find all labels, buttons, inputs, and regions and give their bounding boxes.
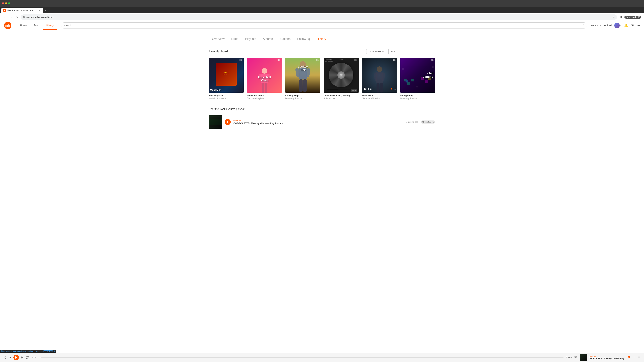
track-name[interactable]: CODECAST X - Theony - Unrelenting Forces [234,122,403,125]
address-bar[interactable]: soundcloud.com/you/history ☆ [21,14,617,20]
svg-rect-76 [402,68,404,70]
header-right: For Artists Upload ▾ 🔔 ✉ ••• [591,23,640,28]
track-tag[interactable]: #Deep Techno [421,120,435,123]
svg-rect-80 [432,59,432,61]
svg-rect-4 [620,17,620,18]
nav-home[interactable]: Home [17,21,30,30]
svg-rect-40 [299,79,302,92]
svg-rect-2 [620,16,620,17]
notification-icon[interactable]: 🔔 [624,23,628,27]
incognito-badge[interactable]: Incognito (2) [624,15,641,18]
for-artists-link[interactable]: For Artists [591,24,602,27]
svg-rect-27 [262,83,264,92]
tab-history[interactable]: History [313,35,330,43]
avatar-chevron[interactable]: ▾ [620,24,621,27]
chill-title: chill gaming [400,94,435,97]
track-play-btn[interactable] [225,119,231,125]
svg-line-15 [584,26,585,26]
svg-rect-45 [317,59,318,61]
card-dj-artwork: Deejay-GijsCox (Official) gijscox 2PROMI… [324,58,359,93]
forward-btn[interactable]: → [9,15,14,19]
clear-history-btn[interactable]: Clear all history [366,49,386,54]
card-mix3[interactable]: Mix 3 ··· Your Mix 3 Made for A24beaba [362,58,397,99]
search-icon [582,24,585,27]
extensions-btn[interactable] [618,15,623,19]
svg-rect-22 [242,59,242,61]
messages-icon[interactable]: ✉ [631,23,634,27]
sc-main-content: Overview Likes Playlists Albums Stations… [204,30,440,136]
svg-rect-72 [406,80,408,83]
recently-played-title: Recently played: [209,50,228,53]
tab-stations[interactable]: Stations [276,35,294,43]
track-artwork-bg [209,115,222,129]
svg-rect-53 [356,59,356,61]
svg-rect-20 [241,59,241,61]
svg-rect-5 [621,17,622,18]
svg-rect-19 [240,59,241,61]
road-festival-text: ROAD festival ★★★★ [223,72,230,77]
upload-link[interactable]: Upload [604,24,612,27]
svg-rect-71 [411,79,414,81]
svg-point-14 [582,24,584,26]
svg-rect-85 [434,59,434,61]
dj-progress-bar [327,90,355,90]
bookmark-icon[interactable]: ☆ [613,15,615,18]
address-url: soundcloud.com/you/history [26,16,611,18]
nav-feed[interactable]: Feed [30,21,42,30]
lowkey-bg: LowkeyTrap [285,58,320,93]
dj-vinyl: 2PROMILLE [329,63,353,87]
nav-right-controls: Incognito (2) [618,15,641,19]
user-avatar[interactable] [614,23,620,28]
mix3-bg: Mix 3 ··· [362,58,397,93]
svg-rect-29 [278,59,278,60]
browser-chrome: Hear the sounds you've recenti... × + ← … [0,0,644,21]
tab-likes[interactable]: Likes [228,35,242,43]
window-minimize-btn[interactable] [5,2,7,4]
sc-nav: Home Feed Library [17,21,57,30]
nav-library[interactable]: Library [42,21,57,30]
tab-playlists[interactable]: Playlists [242,35,260,43]
search-input[interactable] [61,22,587,28]
tab-following[interactable]: Following [294,35,313,43]
back-btn[interactable]: ← [3,15,8,19]
dj-tag: gijscox [339,59,344,60]
tab-albums[interactable]: Albums [260,35,276,43]
megamix-bg: ROAD festival ★★★★ MegaMix [209,58,244,93]
tab-overview[interactable]: Overview [209,35,228,43]
filter-input[interactable] [388,49,435,54]
dancehall-subtitle: Discovery Playlists [247,97,282,99]
svg-rect-74 [425,80,428,83]
card-dancehall[interactable]: DancehallVibes Dancehall Vibes Discovery… [247,58,282,99]
track-artist[interactable]: codecast [234,119,403,122]
megamix-title: Your MegaMix [209,94,244,97]
svg-rect-42 [316,59,316,60]
card-lowkey-artwork: LowkeyTrap [285,58,320,93]
reload-btn[interactable]: ↻ [15,15,20,19]
card-megamix-artwork: ROAD festival ★★★★ MegaMix [209,58,244,93]
browser-tab-active[interactable]: Hear the sounds you've recenti... × [1,8,43,13]
incognito-label: Incognito (2) [629,16,640,18]
sc-logo[interactable] [4,22,12,29]
lowkey-subtitle: Discovery Playlists [285,97,320,99]
more-options-icon[interactable]: ••• [636,23,640,27]
mix3-label: Mix 3 [364,87,372,91]
card-megamix[interactable]: ROAD festival ★★★★ MegaMix Your MegaMix … [209,58,244,99]
megamix-subtitle: Made for A24beaba [209,97,244,99]
mix3-dots-icon[interactable]: ··· [394,88,396,91]
avatar-container[interactable]: ▾ [614,23,621,28]
chill-sc-icon [431,59,434,61]
dancehall-sc-icon [278,59,280,61]
tab-close-btn[interactable]: × [38,9,41,12]
new-tab-btn[interactable]: + [43,8,48,13]
svg-rect-49 [354,59,354,60]
svg-rect-48 [318,59,319,61]
svg-rect-7 [5,25,6,27]
window-close-btn[interactable] [2,2,4,4]
card-lowkey[interactable]: LowkeyTrap Lowkey Trap Discovery Playlis… [285,58,320,99]
dj-name-label: Deejay-GijsCox (Official) [325,59,333,62]
card-dj[interactable]: Deejay-GijsCox (Official) gijscox 2PROMI… [324,58,359,99]
dancehall-title: Dancehall Vibes [247,94,282,97]
window-maximize-btn[interactable] [8,2,10,4]
card-chill[interactable]: chillgaming chill gaming Discovery Playl… [400,58,435,99]
svg-rect-52 [356,59,356,61]
